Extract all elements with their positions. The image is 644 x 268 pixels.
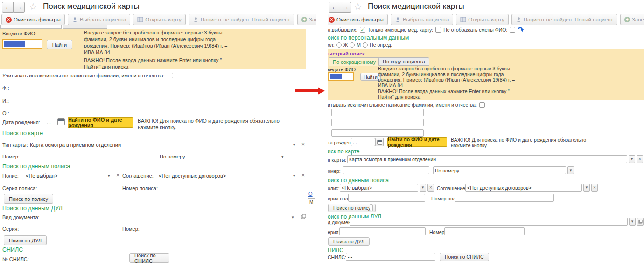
forward-button[interactable]: →: [14, 2, 25, 13]
policy-number-input[interactable]: [455, 194, 554, 202]
go-arrow-icon[interactable]: [518, 27, 524, 33]
dropdown-icon[interactable]: ▾: [292, 215, 294, 220]
create-card-button[interactable]: + Завести карту: [297, 14, 316, 25]
clear-filters-button[interactable]: ✕ Очистить фильтры: [328, 14, 388, 25]
dropdown-button[interactable]: ▾: [420, 184, 426, 192]
policy-combo[interactable]: <Не выбран>: [340, 184, 418, 192]
card-number-label: Номер:: [2, 154, 20, 159]
clear-field-icon[interactable]: ×: [301, 172, 305, 178]
tab-stub-code[interactable]: [63, 25, 107, 29]
clear-field-button[interactable]: ×: [637, 155, 643, 163]
back-button[interactable]: ←: [329, 2, 340, 13]
clear-field-button[interactable]: ×: [427, 184, 434, 192]
dropdown-icon[interactable]: ▾: [293, 143, 295, 147]
hide-fio-changes-checkbox[interactable]: [510, 27, 515, 33]
nav-buttons: ← →: [329, 2, 351, 13]
gender-undef-radio[interactable]: [363, 42, 368, 48]
dropdown-icon: ▾: [586, 186, 588, 190]
policy-series-input[interactable]: [348, 194, 425, 202]
search-by-dul-button[interactable]: Поиск по ДУЛ: [328, 237, 370, 246]
favorite-star-icon[interactable]: ☆: [29, 2, 37, 11]
exclusive-spelling-label: итывать исключительное написание фамилии…: [328, 102, 477, 108]
snils-value[interactable]: - -: [29, 256, 34, 262]
open-card-button[interactable]: Открыть карту: [133, 14, 185, 25]
dob-value[interactable]: . .: [47, 119, 51, 125]
dropdown-icon: ▾: [570, 168, 572, 172]
clear-field-icon[interactable]: ×: [116, 172, 119, 178]
only-with-card-checkbox[interactable]: [435, 27, 441, 33]
dropdown-button[interactable]: ▾: [567, 166, 574, 174]
surname-input[interactable]: [331, 109, 424, 116]
clear-field-button[interactable]: ×: [591, 184, 598, 192]
dropdown-button[interactable]: ▾: [629, 155, 635, 163]
favorite-star-icon[interactable]: ☆: [354, 2, 362, 11]
fio-important-note: ВАЖНО! После ввода данных нажмите Enter …: [84, 57, 222, 70]
dob-input[interactable]: . .: [351, 138, 375, 146]
find-button[interactable]: Найти: [47, 40, 72, 49]
dropdown-button[interactable]: ▾: [629, 218, 636, 226]
create-card-button[interactable]: + Завести карту: [620, 14, 644, 25]
policy-value[interactable]: <Не выбран>: [26, 173, 57, 179]
name-input[interactable]: [331, 119, 424, 126]
patient-not-found-button[interactable]: Пациент не найден. Новый пациент: [189, 14, 294, 25]
select-patient-button[interactable]: Выбрать пациента: [391, 14, 453, 25]
snils-label: № СНИЛС:: [2, 256, 29, 262]
forward-button[interactable]: →: [340, 2, 351, 13]
agreement-label: Соглашение:: [437, 186, 467, 191]
tab-patient-code[interactable]: По коду пациента: [378, 57, 429, 66]
dropdown-button[interactable]: ▾: [583, 184, 590, 192]
calendar-button[interactable]: [375, 138, 384, 146]
dul-number-input[interactable]: [444, 227, 525, 235]
left-screenshot-panel: ← → ☆ Поиск медицинской карты ✕ Очистить…: [0, 0, 316, 268]
dropdown-icon[interactable]: ▾: [108, 174, 110, 178]
calendar-icon[interactable]: [57, 118, 65, 125]
exclusive-spelling-checkbox[interactable]: [168, 73, 173, 78]
search-by-policy-button[interactable]: Поиск по полису: [4, 194, 53, 204]
warn-line: нажмите кнопку.: [138, 124, 280, 131]
search-by-snils-button[interactable]: Поиск по СНИЛС: [129, 253, 169, 263]
right-screenshot-panel: ← → ☆ Поиск медицинской карты ✕ Очистить…: [328, 0, 644, 268]
card-type-input[interactable]: Карта осмотра в приемном отделении: [347, 155, 627, 163]
fio-input[interactable]: [2, 39, 42, 49]
find-by-fio-dob-button[interactable]: Найти по ФИО и дате рождения: [387, 137, 447, 147]
open-card-button[interactable]: Открыть карту: [456, 14, 508, 25]
fio-input[interactable]: [328, 72, 354, 81]
dropdown-icon[interactable]: ▾: [281, 155, 284, 159]
section-personal-data: оиск по персональным данным: [328, 34, 409, 41]
gender-male-radio[interactable]: [350, 42, 355, 48]
tab-stub-fio[interactable]: [0, 25, 62, 29]
by-number-combo[interactable]: По номеру: [433, 166, 566, 174]
patient-not-found-button[interactable]: Пациент не найден. Новый пациент: [511, 14, 617, 25]
card-number-input[interactable]: [343, 166, 429, 174]
clear-field-icon[interactable]: ×: [301, 142, 305, 147]
exclusive-spelling-checkbox[interactable]: [479, 102, 485, 108]
find-by-fio-dob-button[interactable]: Найти по ФИО и дате рождения: [68, 117, 133, 128]
back-button[interactable]: ←: [2, 2, 14, 13]
clear-filters-button[interactable]: ✕ Очистить фильтры: [1, 14, 65, 25]
exclude-departed-checkbox[interactable]: ✓: [360, 27, 365, 33]
search-by-policy-button[interactable]: Поиск по полису: [328, 204, 376, 212]
dul-number-label: Номер:: [429, 229, 446, 235]
small-empty-field[interactable]: [370, 204, 373, 211]
search-by-snils-button[interactable]: Поиск по СНИЛС: [440, 253, 489, 261]
gender-male-label: М: [357, 42, 361, 48]
search-by-dul-button[interactable]: Поиск по ДУЛ: [4, 235, 47, 245]
splitter[interactable]: [306, 26, 306, 268]
hint-line: Найти" для поиска: [378, 94, 510, 100]
gender-female-radio[interactable]: [336, 42, 342, 48]
select-patient-button[interactable]: Выбрать пациента: [68, 14, 130, 25]
dropdown-icon[interactable]: ▾: [293, 174, 295, 178]
surname-label: Ф.:: [2, 85, 9, 91]
patronymic-input[interactable]: [331, 129, 424, 137]
agreement-value[interactable]: <Нет доступных договоров>: [159, 173, 226, 179]
by-number-value[interactable]: По номеру: [160, 154, 185, 159]
snils-input[interactable]: - -: [346, 253, 435, 261]
policy-label: Полис:: [2, 173, 19, 179]
agreement-combo[interactable]: <Нет доступных договоров>: [465, 184, 582, 192]
person-icon: [193, 17, 199, 23]
open-choice-button[interactable]: [637, 218, 644, 226]
document-kind-input[interactable]: [350, 218, 628, 226]
card-type-value[interactable]: Карта осмотра в приемном отделении: [30, 142, 121, 148]
dul-series-input[interactable]: [339, 227, 426, 235]
side-panel-link[interactable]: О: [308, 191, 313, 197]
